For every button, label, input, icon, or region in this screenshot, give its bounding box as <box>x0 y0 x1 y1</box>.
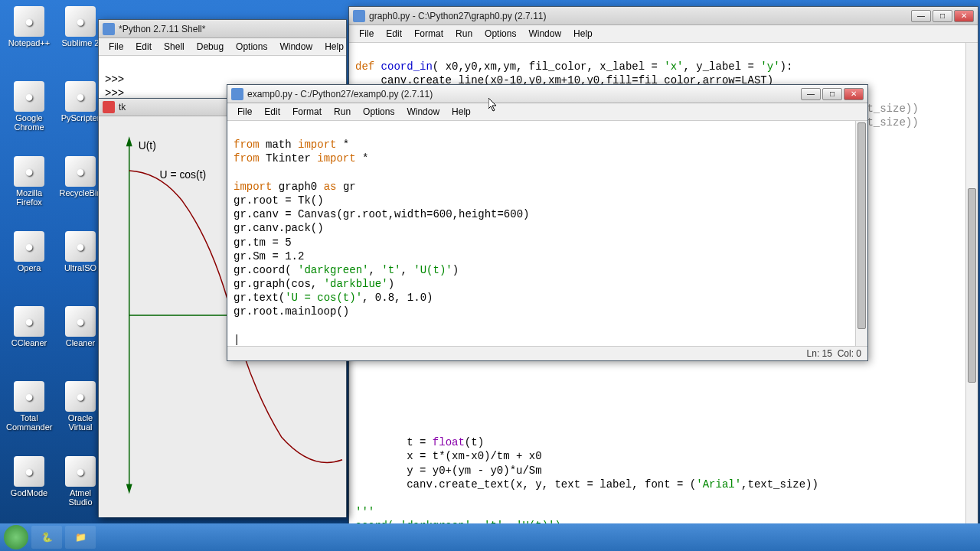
menu-window[interactable]: Window <box>400 105 446 119</box>
app-icon: ● <box>14 381 44 412</box>
desktop-icon[interactable]: ●Opera <box>6 231 52 272</box>
menu-debug[interactable]: Debug <box>191 40 230 54</box>
menu-options[interactable]: Options <box>357 105 400 119</box>
icon-label: Atmel Studio <box>57 488 103 507</box>
desktop-icon[interactable]: ●Notepad++ <box>6 6 52 47</box>
menu-format[interactable]: Format <box>286 105 328 119</box>
menu-format[interactable]: Format <box>408 27 449 41</box>
menu-edit[interactable]: Edit <box>380 27 408 41</box>
python-icon <box>231 88 243 100</box>
python-icon <box>353 10 365 22</box>
desktop-icon[interactable]: ●Cleaner <box>57 306 103 347</box>
menu-edit[interactable]: Edit <box>129 40 158 54</box>
close-button[interactable]: ✕ <box>954 10 974 22</box>
app-icon: ● <box>14 231 44 262</box>
titlebar[interactable]: examp0.py - C:/Python27/examp0.py (2.7.1… <box>227 85 867 103</box>
titlebar[interactable]: *Python 2.7.11 Shell* <box>99 20 346 38</box>
desktop-icon[interactable]: ●Google Chrome <box>6 81 52 132</box>
window-title: examp0.py - C:/Python27/examp0.py (2.7.1… <box>247 89 801 99</box>
menu-window[interactable]: Window <box>273 40 318 54</box>
menu-options[interactable]: Options <box>479 27 522 41</box>
icon-label: Google Chrome <box>6 113 52 132</box>
menu-shell[interactable]: Shell <box>158 40 191 54</box>
code-editor[interactable]: from math import * from Tkinter import *… <box>227 121 867 346</box>
icon-label: RecycleBin <box>57 188 103 197</box>
desktop-icon[interactable]: ●Atmel Studio <box>57 456 103 507</box>
app-icon: ● <box>14 6 44 37</box>
menu-help[interactable]: Help <box>567 27 599 41</box>
desktop-icon[interactable]: ●GodMode <box>6 456 52 497</box>
icon-label: GodMode <box>6 488 52 497</box>
desktop-icon[interactable]: ●RecycleBin <box>57 156 103 197</box>
icon-label: Total Commander <box>6 413 52 432</box>
annotation: U = cos(t) <box>160 168 207 181</box>
menu-edit[interactable]: Edit <box>258 105 286 119</box>
app-icon: ● <box>65 231 96 262</box>
app-icon: ● <box>65 456 96 487</box>
statusbar: Ln: 15 Col: 0 <box>227 346 867 360</box>
app-icon: ● <box>14 81 44 112</box>
scrollbar-vertical[interactable] <box>855 121 867 346</box>
desktop-icon[interactable]: ●Mozilla Firefox <box>6 156 52 207</box>
menu-help[interactable]: Help <box>318 40 350 54</box>
tk-icon <box>103 101 115 113</box>
ylabel: U(t) <box>139 139 156 152</box>
taskbar-item[interactable]: 📁 <box>65 526 96 549</box>
taskbar-item[interactable]: 🐍 <box>31 526 62 549</box>
icon-label: Cleaner <box>57 338 103 347</box>
minimize-button[interactable]: — <box>911 10 931 22</box>
maximize-button[interactable]: □ <box>933 10 952 22</box>
app-icon: ● <box>65 306 96 337</box>
titlebar[interactable]: graph0.py - C:\Python27\graph0.py (2.7.1… <box>349 7 978 25</box>
icon-label: CCleaner <box>6 338 52 347</box>
app-icon: ● <box>65 6 96 37</box>
menu-help[interactable]: Help <box>446 105 477 119</box>
examp-window[interactable]: examp0.py - C:/Python27/examp0.py (2.7.1… <box>227 84 868 361</box>
menu-file[interactable]: File <box>231 105 258 119</box>
menubar: FileEditShellDebugOptionsWindowHelp <box>99 38 346 56</box>
desktop-icon[interactable]: ●Oracle Virtual <box>57 381 103 432</box>
window-title: graph0.py - C:\Python27\graph0.py (2.7.1… <box>369 11 911 21</box>
icon-label: Notepad++ <box>6 38 52 47</box>
minimize-button[interactable]: — <box>801 88 821 100</box>
maximize-button[interactable]: □ <box>822 88 842 100</box>
menubar: FileEditFormatRunOptionsWindowHelp <box>349 25 978 43</box>
python-icon <box>103 23 115 35</box>
close-button[interactable]: ✕ <box>844 88 864 100</box>
start-button[interactable] <box>4 525 28 549</box>
desktop-icon[interactable]: ●CCleaner <box>6 306 52 347</box>
menu-window[interactable]: Window <box>522 27 567 41</box>
icon-label: Oracle Virtual <box>57 413 103 432</box>
scrollbar-vertical[interactable] <box>965 43 978 528</box>
icon-label: Sublime 2 <box>57 38 103 47</box>
app-icon: ● <box>14 306 44 337</box>
svg-marker-2 <box>126 136 132 146</box>
app-icon: ● <box>65 381 96 412</box>
app-icon: ● <box>65 156 96 187</box>
svg-marker-3 <box>126 484 132 494</box>
app-icon: ● <box>14 456 44 487</box>
menu-file[interactable]: File <box>353 27 380 41</box>
menu-file[interactable]: File <box>103 40 129 54</box>
menubar: FileEditFormatRunOptionsWindowHelp <box>227 103 867 121</box>
menu-run[interactable]: Run <box>449 27 479 41</box>
app-icon: ● <box>65 81 96 112</box>
taskbar[interactable]: 🐍 📁 <box>0 523 980 551</box>
menu-run[interactable]: Run <box>328 105 357 119</box>
icon-label: UltraISO <box>57 263 103 272</box>
icon-label: Mozilla Firefox <box>6 188 52 207</box>
menu-options[interactable]: Options <box>230 40 273 54</box>
icon-label: Opera <box>6 263 52 272</box>
desktop-icon[interactable]: ●PyScripter <box>57 81 103 122</box>
window-title: *Python 2.7.11 Shell* <box>119 24 342 34</box>
desktop-icon[interactable]: ●UltraISO <box>57 231 103 272</box>
desktop-icon[interactable]: ●Sublime 2 <box>57 6 103 47</box>
app-icon: ● <box>14 156 44 187</box>
icon-label: PyScripter <box>57 113 103 122</box>
desktop-icon[interactable]: ●Total Commander <box>6 381 52 432</box>
